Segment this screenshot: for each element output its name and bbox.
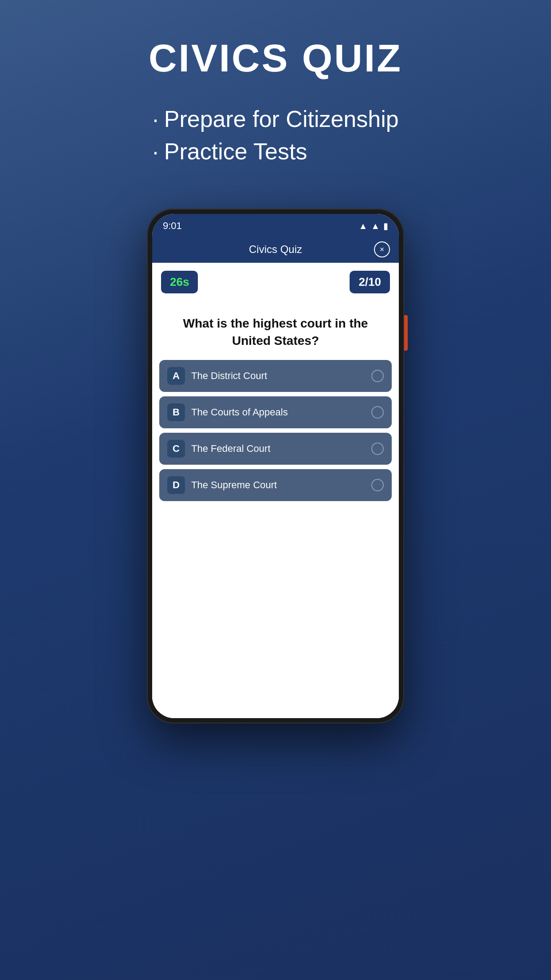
signal-icon: ▲ bbox=[371, 221, 380, 231]
question-text: What is the highest court in the United … bbox=[163, 315, 388, 349]
answer-letter-a: A bbox=[167, 367, 185, 385]
status-bar: 9:01 ▲ ▲ ▮ bbox=[152, 214, 399, 236]
app-header: Civics Quiz × bbox=[152, 236, 399, 263]
answer-letter-d: D bbox=[167, 476, 185, 494]
answer-text-c: The Federal Court bbox=[191, 443, 365, 454]
battery-icon: ▮ bbox=[383, 221, 388, 231]
header-title: Civics Quiz bbox=[249, 243, 302, 256]
phone-bottom-space bbox=[152, 508, 399, 718]
answer-radio-b[interactable] bbox=[371, 406, 384, 419]
quiz-content: 26s 2/10 What is the highest court in th… bbox=[152, 263, 399, 718]
answer-radio-c[interactable] bbox=[371, 443, 384, 455]
answer-radio-d[interactable] bbox=[371, 479, 384, 491]
timer-badge: 26s bbox=[161, 271, 198, 293]
answer-option-d[interactable]: D The Supreme Court bbox=[159, 469, 392, 501]
answer-option-a[interactable]: A The District Court bbox=[159, 360, 392, 392]
answer-letter-c: C bbox=[167, 440, 185, 458]
answer-text-b: The Courts of Appeals bbox=[191, 407, 365, 418]
phone-screen: 9:01 ▲ ▲ ▮ Civics Quiz × 26s 2/10 bbox=[152, 214, 399, 718]
answer-text-d: The Supreme Court bbox=[191, 479, 365, 491]
close-icon: × bbox=[380, 245, 385, 254]
answer-text-a: The District Court bbox=[191, 370, 365, 382]
progress-badge: 2/10 bbox=[350, 271, 390, 293]
quiz-meta-row: 26s 2/10 bbox=[152, 263, 399, 301]
answers-section: A The District Court B The Courts of App… bbox=[152, 360, 399, 508]
wifi-icon: ▲ bbox=[358, 221, 367, 231]
answer-radio-a[interactable] bbox=[371, 370, 384, 382]
status-icons: ▲ ▲ ▮ bbox=[358, 221, 388, 231]
answer-option-b[interactable]: B The Courts of Appeals bbox=[159, 396, 392, 428]
phone-container: 9:01 ▲ ▲ ▮ Civics Quiz × 26s 2/10 bbox=[147, 209, 404, 954]
status-time: 9:01 bbox=[163, 220, 182, 232]
question-section: What is the highest court in the United … bbox=[152, 301, 399, 360]
phone-frame: 9:01 ▲ ▲ ▮ Civics Quiz × 26s 2/10 bbox=[147, 209, 404, 723]
answer-option-c[interactable]: C The Federal Court bbox=[159, 433, 392, 465]
answer-letter-b: B bbox=[167, 403, 185, 421]
close-button[interactable]: × bbox=[374, 241, 390, 257]
